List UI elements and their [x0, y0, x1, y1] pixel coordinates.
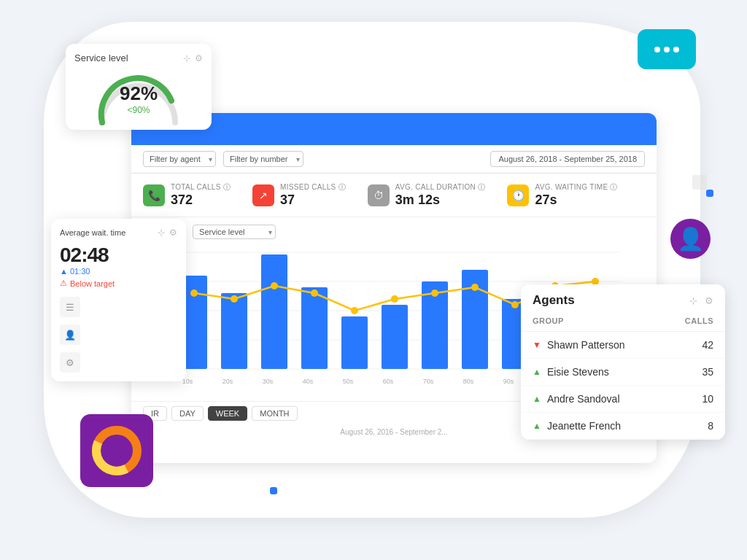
missed-calls-info: MISSED CALLS ⓘ 37: [280, 182, 346, 208]
agents-action-icons: ⊹ ⚙: [689, 295, 713, 306]
agents-title: Agents: [533, 293, 575, 308]
agent-name-3: ▲ Jeanette French: [533, 420, 621, 432]
trend-icon-0: ▼: [533, 340, 541, 350]
svg-text:10s: 10s: [182, 378, 193, 385]
svg-text:70s: 70s: [423, 378, 434, 385]
agent-calls-2: 10: [702, 393, 713, 405]
list-icon[interactable]: ☰: [60, 297, 80, 317]
chat-dot-2: [664, 47, 670, 52]
gear-icon-wait[interactable]: ⚙: [169, 228, 177, 238]
grid-icon-wait[interactable]: ⊹: [158, 228, 165, 238]
agent-name-1: ▲ Eisie Stevens: [533, 366, 609, 378]
expand-icon[interactable]: ⊹: [689, 295, 697, 306]
service-level-title: Service level: [74, 52, 128, 63]
agent-row-2[interactable]: ▲ Andre Sandoval 10: [521, 386, 725, 413]
line-dot-8: [471, 284, 479, 291]
line-dot-5: [351, 307, 358, 314]
agents-header: Agents ⊹ ⚙: [521, 284, 725, 314]
agent-filter-wrapper[interactable]: Filter by agent: [143, 151, 216, 167]
agent-calls-0: 42: [702, 339, 713, 351]
metric-missed-calls: ↗ MISSED CALLS ⓘ 37: [252, 182, 346, 208]
agent-row-1[interactable]: ▲ Eisie Stevens 35: [521, 359, 725, 386]
avg-duration-value: 3m 12s: [395, 192, 486, 208]
agents-table-header: GROUP CALLS: [521, 314, 725, 332]
avg-wait-header: Average wait. time ⊹ ⚙: [60, 228, 177, 238]
trend-icon-2: ▲: [533, 394, 541, 404]
avatar: 👤: [670, 219, 711, 259]
time-btn-month[interactable]: MONTH: [252, 406, 297, 421]
line-dot-3: [271, 282, 278, 289]
col-group: GROUP: [533, 316, 564, 325]
total-calls-value: 372: [171, 192, 231, 208]
line-dot-4: [311, 289, 318, 297]
total-calls-label: TOTAL CALLS ⓘ: [171, 182, 231, 192]
svg-text:50s: 50s: [343, 378, 354, 385]
alert-text: Below target: [70, 279, 115, 288]
grid-icon[interactable]: ⊹: [183, 53, 190, 63]
bar-6: [382, 305, 408, 369]
side-icons: ☰ 👤 ⚙: [60, 297, 177, 373]
chart-type-wrapper[interactable]: Service level Total calls Missed calls A…: [193, 225, 276, 239]
gauge-target: <90%: [127, 105, 150, 115]
number-filter-wrapper[interactable]: Filter by number: [223, 151, 303, 167]
avg-wait-icon: 🕐: [507, 184, 529, 206]
avg-wait-title: Average wait. time: [60, 228, 125, 237]
agent-name-text-3: Jeanette French: [547, 420, 621, 432]
time-btn-week[interactable]: WEEK: [208, 406, 247, 421]
total-calls-info: TOTAL CALLS ⓘ 372: [171, 182, 231, 208]
agent-row-3[interactable]: ▲ Jeanette French 8: [521, 413, 725, 440]
date-range-button[interactable]: August 26, 2018 - September 25, 2018: [490, 151, 645, 167]
avg-wait-card: Average wait. time ⊹ ⚙ 02:48 ▲ 01:30 ⚠ B…: [51, 219, 186, 381]
gauge-value: 92%: [120, 82, 158, 105]
chat-dot-3: [673, 47, 679, 52]
wait-time-target: ▲ 01:30: [60, 267, 177, 276]
deco-dot-3: [706, 190, 713, 197]
gear-icon[interactable]: ⚙: [195, 53, 203, 63]
wait-time-value: 02:48: [60, 244, 177, 267]
metric-avg-duration: ⏱ AVG. CALL DURATION ⓘ 3m 12s: [368, 182, 486, 208]
line-dot-1: [190, 289, 198, 297]
agent-name-text-2: Andre Sandoval: [547, 393, 620, 405]
avg-wait-icons: ⊹ ⚙: [158, 228, 177, 238]
svg-text:90s: 90s: [503, 378, 514, 385]
agent-name-text-0: Shawn Patterson: [547, 339, 625, 351]
missed-calls-value: 37: [280, 192, 346, 208]
wait-time-alert: ⚠ Below target: [60, 279, 177, 288]
number-filter-select[interactable]: Filter by number: [223, 151, 303, 167]
service-level-header: Service level ⊹ ⚙: [74, 52, 203, 63]
line-dot-9: [511, 301, 519, 308]
avg-wait-info: AVG. WAITING TIME ⓘ 27s: [535, 182, 617, 208]
donut-widget: [80, 414, 153, 487]
agent-name-2: ▲ Andre Sandoval: [533, 393, 620, 405]
settings-icon[interactable]: ⚙: [705, 295, 713, 306]
metrics-row: 📞 TOTAL CALLS ⓘ 372 ↗ MISSED CALLS ⓘ 37 …: [131, 174, 657, 217]
time-btn-day[interactable]: DAY: [171, 406, 204, 421]
agent-row-0[interactable]: ▼ Shawn Patterson 42: [521, 332, 725, 359]
avatar-icon: 👤: [677, 226, 704, 252]
total-calls-icon: 📞: [143, 184, 165, 206]
service-level-card: Service level ⊹ ⚙ 92% <90%: [66, 44, 212, 130]
chart-type-select[interactable]: Service level Total calls Missed calls A…: [193, 225, 276, 239]
svg-text:30s: 30s: [263, 378, 274, 385]
metric-avg-wait: 🕐 AVG. WAITING TIME ⓘ 27s: [507, 182, 617, 208]
avg-wait-label: AVG. WAITING TIME ⓘ: [535, 182, 617, 192]
svg-text:20s: 20s: [222, 378, 233, 385]
chat-dots: [654, 47, 679, 52]
agent-filter-select[interactable]: Filter by agent: [143, 151, 216, 167]
missed-calls-icon: ↗: [252, 184, 274, 206]
settings-icon[interactable]: ⚙: [60, 352, 80, 373]
avg-duration-label: AVG. CALL DURATION ⓘ: [395, 182, 486, 192]
donut-svg: [91, 425, 142, 476]
alert-icon: ⚠: [60, 279, 67, 288]
person-icon[interactable]: 👤: [60, 324, 80, 345]
chart-controls: Select chart Service level Total calls M…: [143, 225, 645, 239]
chat-bubble[interactable]: [638, 29, 696, 69]
chat-dot-1: [654, 47, 660, 52]
svg-text:40s: 40s: [303, 378, 314, 385]
avg-duration-icon: ⏱: [368, 184, 390, 206]
agents-panel: Agents ⊹ ⚙ GROUP CALLS ▼ Shawn Patterson…: [521, 284, 725, 440]
missed-calls-label: MISSED CALLS ⓘ: [280, 182, 346, 192]
col-calls: CALLS: [685, 316, 713, 325]
service-level-icons: ⊹ ⚙: [183, 53, 203, 63]
filter-bar: Filter by agent Filter by number August …: [131, 145, 657, 174]
